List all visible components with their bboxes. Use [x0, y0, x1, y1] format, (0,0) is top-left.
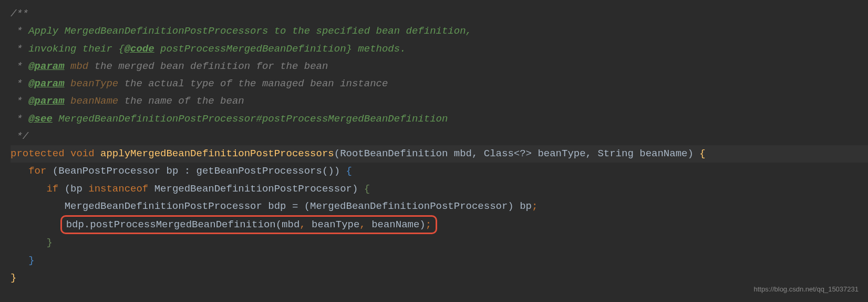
- for-line[interactable]: for (BeanPostProcessor bp : getBeanPostP…: [11, 163, 868, 180]
- param-desc: the merged bean definition for the bean: [88, 61, 328, 72]
- if-open: (bp: [58, 183, 88, 195]
- brace: }: [11, 272, 16, 284]
- method-name: applyMergedBeanDefinitionPostProcessors: [100, 148, 334, 159]
- comment-text: /**: [11, 8, 28, 19]
- comment-prefix: *: [11, 78, 28, 89]
- assign-line[interactable]: MergedBeanDefinitionPostProcessor bdp = …: [11, 198, 868, 215]
- param-tag: @param: [28, 61, 64, 72]
- param-desc: the actual type of the managed bean inst…: [118, 78, 388, 89]
- comment-prefix: *: [11, 61, 28, 72]
- if-line[interactable]: if (bp instanceof MergedBeanDefinitionPo…: [11, 180, 868, 198]
- javadoc-line: * Apply MergedBeanDefinitionPostProcesso…: [11, 23, 868, 40]
- keyword-if: if: [46, 183, 58, 195]
- indent: [11, 237, 46, 248]
- indent: [11, 165, 28, 177]
- comment-text: invoking their: [28, 43, 118, 55]
- keyword-protected: protected: [11, 148, 65, 159]
- brace: }: [28, 255, 34, 266]
- javadoc-see: * @see MergedBeanDefinitionPostProcessor…: [11, 110, 868, 128]
- brace: {: [346, 165, 352, 177]
- comment-text: Apply MergedBeanDefinitionPostProcessors…: [28, 25, 472, 37]
- comment-text: */: [11, 130, 28, 142]
- comment-text: methods.: [352, 43, 406, 55]
- javadoc-param: * @param beanName the name of the bean: [11, 93, 868, 110]
- brace: }: [346, 43, 352, 55]
- see-tag: @see: [28, 113, 53, 125]
- call-line[interactable]: bdp.postProcessMergedBeanDefinition(mbd,…: [11, 215, 868, 234]
- space: [65, 78, 70, 89]
- space: [65, 95, 70, 107]
- indent: [11, 200, 65, 212]
- if-close[interactable]: }: [11, 234, 868, 251]
- comment-prefix: *: [11, 25, 28, 37]
- param-name: beanType: [70, 78, 118, 89]
- comment-prefix: *: [11, 113, 28, 125]
- brace: }: [46, 237, 52, 248]
- comment-text: postProcessMergedBeanDefinition: [154, 43, 346, 55]
- comma: ,: [359, 219, 365, 230]
- param-desc: the name of the bean: [118, 95, 244, 107]
- watermark: https://blog.csdn.net/qq_15037231: [754, 284, 859, 296]
- keyword-void: void: [70, 148, 95, 159]
- comment-prefix: *: [11, 43, 28, 55]
- for-rest: (BeanPostProcessor bp : getBeanPostProce…: [46, 165, 346, 177]
- assign-text: MergedBeanDefinitionPostProcessor bdp = …: [65, 200, 532, 212]
- param-name: beanName: [70, 95, 118, 107]
- keyword-instanceof: instanceof: [88, 183, 148, 195]
- comment-prefix: *: [11, 95, 28, 107]
- semicolon: ;: [426, 219, 431, 230]
- space: [95, 148, 100, 159]
- for-close[interactable]: }: [11, 252, 868, 269]
- highlight-box: bdp.postProcessMergedBeanDefinition(mbd,…: [60, 215, 438, 234]
- if-rest: MergedBeanDefinitionPostProcessor): [148, 183, 364, 195]
- call-obj: bdp.postProcessMergedBeanDefinition(mbd: [66, 219, 300, 230]
- method-params: (RootBeanDefinition mbd, Class<?> beanTy…: [334, 148, 700, 159]
- brace: {: [364, 183, 370, 195]
- indent: [11, 219, 65, 230]
- brace: {: [699, 148, 705, 159]
- method-close[interactable]: }: [11, 269, 868, 287]
- code-tag: @code: [125, 43, 154, 55]
- call-p3: beanName): [366, 219, 426, 230]
- semicolon: ;: [532, 200, 538, 212]
- indent: [11, 183, 46, 195]
- javadoc-open: /**: [11, 5, 868, 23]
- param-tag: @param: [28, 78, 64, 89]
- javadoc-line: * invoking their {@code postProcessMerge…: [11, 41, 868, 58]
- see-desc: MergedBeanDefinitionPostProcessor#postPr…: [53, 113, 448, 125]
- space: [65, 61, 70, 72]
- indent: [11, 255, 28, 266]
- javadoc-param: * @param mbd the merged bean definition …: [11, 58, 868, 75]
- brace: {: [118, 43, 124, 55]
- call-p2: beanType: [306, 219, 360, 230]
- comma: ,: [299, 219, 305, 230]
- param-tag: @param: [28, 95, 64, 107]
- space: [65, 148, 70, 159]
- javadoc-param: * @param beanType the actual type of the…: [11, 75, 868, 93]
- keyword-for: for: [28, 165, 46, 177]
- javadoc-close: */: [11, 128, 868, 145]
- method-signature[interactable]: protected void applyMergedBeanDefinition…: [11, 145, 868, 163]
- param-name: mbd: [70, 61, 88, 72]
